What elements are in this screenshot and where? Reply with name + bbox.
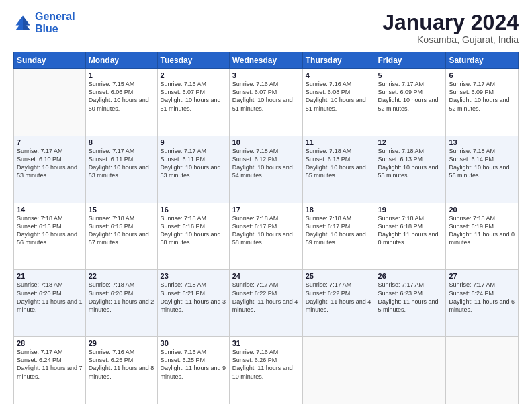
day-info: Sunrise: 7:16 AM Sunset: 6:08 PM Dayligh…	[306, 80, 372, 113]
day-info: Sunrise: 7:17 AM Sunset: 6:24 PM Dayligh…	[449, 281, 515, 314]
day-info: Sunrise: 7:17 AM Sunset: 6:23 PM Dayligh…	[378, 281, 443, 314]
day-cell: 7Sunrise: 7:17 AM Sunset: 6:10 PM Daylig…	[14, 136, 86, 203]
logo: General Blue	[13, 11, 75, 34]
day-cell: 19Sunrise: 7:18 AM Sunset: 6:18 PM Dayli…	[375, 203, 446, 270]
day-info: Sunrise: 7:16 AM Sunset: 6:25 PM Dayligh…	[89, 348, 154, 381]
day-info: Sunrise: 7:17 AM Sunset: 6:24 PM Dayligh…	[17, 348, 83, 381]
day-info: Sunrise: 7:18 AM Sunset: 6:16 PM Dayligh…	[161, 214, 226, 247]
day-number: 4	[306, 71, 372, 79]
week-row-2: 14Sunrise: 7:18 AM Sunset: 6:15 PM Dayli…	[14, 203, 519, 270]
day-info: Sunrise: 7:16 AM Sunset: 6:07 PM Dayligh…	[232, 80, 300, 113]
logo-icon	[13, 13, 32, 32]
day-cell: 16Sunrise: 7:18 AM Sunset: 6:16 PM Dayli…	[157, 203, 229, 270]
day-cell	[375, 337, 446, 404]
day-number: 12	[378, 138, 443, 146]
day-cell: 13Sunrise: 7:18 AM Sunset: 6:14 PM Dayli…	[446, 136, 519, 203]
day-info: Sunrise: 7:18 AM Sunset: 6:14 PM Dayligh…	[449, 147, 515, 180]
day-cell: 14Sunrise: 7:18 AM Sunset: 6:15 PM Dayli…	[14, 203, 86, 270]
header: General Blue January 2024 Kosamba, Gujar…	[13, 11, 519, 45]
day-cell: 8Sunrise: 7:17 AM Sunset: 6:11 PM Daylig…	[85, 136, 157, 203]
day-number: 9	[161, 138, 226, 146]
day-cell: 25Sunrise: 7:17 AM Sunset: 6:22 PM Dayli…	[302, 270, 375, 337]
day-number: 3	[232, 71, 300, 79]
day-number: 8	[89, 138, 154, 146]
day-cell: 20Sunrise: 7:18 AM Sunset: 6:19 PM Dayli…	[446, 203, 519, 270]
day-cell: 2Sunrise: 7:16 AM Sunset: 6:07 PM Daylig…	[157, 69, 229, 136]
day-info: Sunrise: 7:17 AM Sunset: 6:22 PM Dayligh…	[306, 281, 372, 314]
day-number: 13	[449, 138, 515, 146]
day-number: 1	[89, 71, 154, 79]
day-cell: 22Sunrise: 7:18 AM Sunset: 6:20 PM Dayli…	[85, 270, 157, 337]
day-cell: 26Sunrise: 7:17 AM Sunset: 6:23 PM Dayli…	[375, 270, 446, 337]
day-cell	[302, 337, 375, 404]
calendar-table: Sunday Monday Tuesday Wednesday Thursday…	[13, 52, 519, 404]
day-number: 23	[161, 272, 226, 280]
day-info: Sunrise: 7:17 AM Sunset: 6:11 PM Dayligh…	[89, 147, 154, 180]
day-cell: 4Sunrise: 7:16 AM Sunset: 6:08 PM Daylig…	[302, 69, 375, 136]
month-title: January 2024	[382, 11, 519, 34]
week-row-0: 1Sunrise: 7:15 AM Sunset: 6:06 PM Daylig…	[14, 69, 519, 136]
day-info: Sunrise: 7:18 AM Sunset: 6:20 PM Dayligh…	[89, 281, 154, 314]
day-number: 18	[306, 205, 372, 214]
day-cell	[14, 69, 86, 136]
day-number: 2	[161, 71, 226, 79]
day-number: 26	[378, 272, 443, 280]
day-info: Sunrise: 7:17 AM Sunset: 6:22 PM Dayligh…	[232, 281, 300, 314]
day-cell: 3Sunrise: 7:16 AM Sunset: 6:07 PM Daylig…	[229, 69, 302, 136]
day-info: Sunrise: 7:18 AM Sunset: 6:20 PM Dayligh…	[17, 281, 83, 314]
day-info: Sunrise: 7:16 AM Sunset: 6:26 PM Dayligh…	[232, 348, 300, 381]
day-number: 22	[89, 272, 154, 280]
day-cell: 30Sunrise: 7:16 AM Sunset: 6:25 PM Dayli…	[157, 337, 229, 404]
day-info: Sunrise: 7:18 AM Sunset: 6:21 PM Dayligh…	[161, 281, 226, 314]
col-thursday: Thursday	[302, 52, 375, 69]
day-cell: 11Sunrise: 7:18 AM Sunset: 6:13 PM Dayli…	[302, 136, 375, 203]
day-info: Sunrise: 7:16 AM Sunset: 6:25 PM Dayligh…	[161, 348, 226, 381]
day-info: Sunrise: 7:18 AM Sunset: 6:17 PM Dayligh…	[306, 214, 372, 247]
day-cell: 1Sunrise: 7:15 AM Sunset: 6:06 PM Daylig…	[85, 69, 157, 136]
day-info: Sunrise: 7:17 AM Sunset: 6:11 PM Dayligh…	[161, 147, 226, 180]
day-cell: 9Sunrise: 7:17 AM Sunset: 6:11 PM Daylig…	[157, 136, 229, 203]
svg-marker-1	[23, 15, 30, 30]
day-number: 16	[161, 205, 226, 214]
day-info: Sunrise: 7:17 AM Sunset: 6:09 PM Dayligh…	[449, 80, 515, 113]
day-info: Sunrise: 7:18 AM Sunset: 6:19 PM Dayligh…	[449, 214, 515, 247]
day-number: 7	[17, 138, 83, 146]
day-info: Sunrise: 7:17 AM Sunset: 6:09 PM Dayligh…	[378, 80, 443, 113]
day-info: Sunrise: 7:18 AM Sunset: 6:12 PM Dayligh…	[232, 147, 300, 180]
page: General Blue January 2024 Kosamba, Gujar…	[0, 0, 532, 411]
day-info: Sunrise: 7:18 AM Sunset: 6:13 PM Dayligh…	[378, 147, 443, 180]
day-cell: 17Sunrise: 7:18 AM Sunset: 6:17 PM Dayli…	[229, 203, 302, 270]
col-monday: Monday	[85, 52, 157, 69]
title-area: January 2024 Kosamba, Gujarat, India	[382, 11, 519, 45]
day-info: Sunrise: 7:18 AM Sunset: 6:13 PM Dayligh…	[306, 147, 372, 180]
week-row-3: 21Sunrise: 7:18 AM Sunset: 6:20 PM Dayli…	[14, 270, 519, 337]
day-cell: 21Sunrise: 7:18 AM Sunset: 6:20 PM Dayli…	[14, 270, 86, 337]
col-saturday: Saturday	[446, 52, 519, 69]
week-row-4: 28Sunrise: 7:17 AM Sunset: 6:24 PM Dayli…	[14, 337, 519, 404]
col-sunday: Sunday	[14, 52, 86, 69]
header-row: Sunday Monday Tuesday Wednesday Thursday…	[14, 52, 519, 69]
day-info: Sunrise: 7:16 AM Sunset: 6:07 PM Dayligh…	[161, 80, 226, 113]
day-number: 25	[306, 272, 372, 280]
day-number: 29	[89, 339, 154, 347]
day-cell: 31Sunrise: 7:16 AM Sunset: 6:26 PM Dayli…	[229, 337, 302, 404]
day-number: 5	[378, 71, 443, 79]
day-number: 20	[449, 205, 515, 214]
day-number: 17	[232, 205, 300, 214]
day-info: Sunrise: 7:18 AM Sunset: 6:18 PM Dayligh…	[378, 214, 443, 247]
day-number: 19	[378, 205, 443, 214]
day-number: 14	[17, 205, 83, 214]
day-number: 6	[449, 71, 515, 79]
day-cell: 28Sunrise: 7:17 AM Sunset: 6:24 PM Dayli…	[14, 337, 86, 404]
day-cell: 6Sunrise: 7:17 AM Sunset: 6:09 PM Daylig…	[446, 69, 519, 136]
col-wednesday: Wednesday	[229, 52, 302, 69]
day-cell: 29Sunrise: 7:16 AM Sunset: 6:25 PM Dayli…	[85, 337, 157, 404]
day-info: Sunrise: 7:17 AM Sunset: 6:10 PM Dayligh…	[17, 147, 83, 180]
day-cell: 23Sunrise: 7:18 AM Sunset: 6:21 PM Dayli…	[157, 270, 229, 337]
col-tuesday: Tuesday	[157, 52, 229, 69]
day-number: 27	[449, 272, 515, 280]
day-cell: 24Sunrise: 7:17 AM Sunset: 6:22 PM Dayli…	[229, 270, 302, 337]
day-info: Sunrise: 7:15 AM Sunset: 6:06 PM Dayligh…	[89, 80, 154, 113]
logo-text: General Blue	[35, 11, 75, 34]
day-cell: 10Sunrise: 7:18 AM Sunset: 6:12 PM Dayli…	[229, 136, 302, 203]
